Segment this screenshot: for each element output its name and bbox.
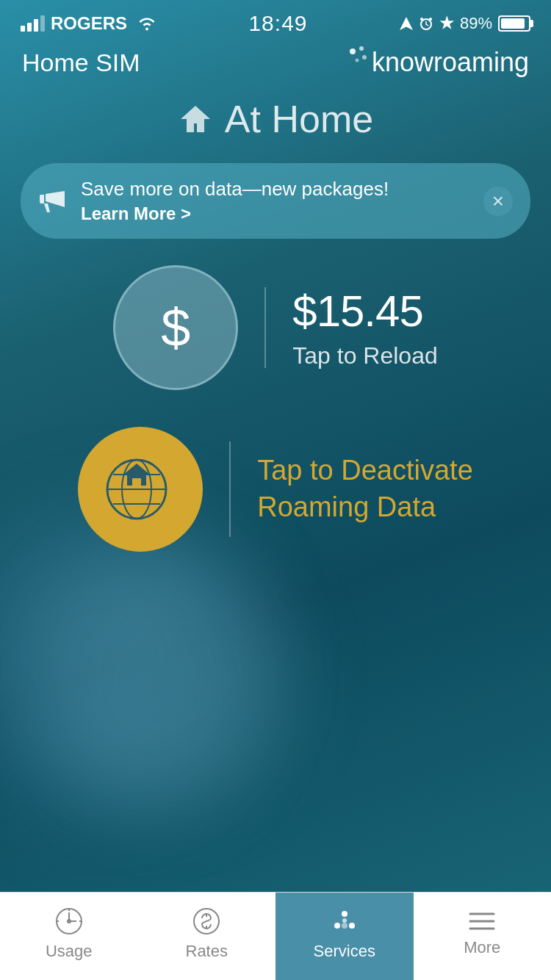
banner-message: Save more on data—new packages!	[81, 178, 470, 201]
balance-section[interactable]: $ $15.45 Tap to Reload	[0, 265, 551, 390]
status-bar: ROGERS 18:49 ★ 89%	[0, 0, 551, 40]
tab-usage-label: Usage	[46, 942, 93, 961]
svg-point-25	[342, 923, 347, 929]
home-icon	[178, 101, 213, 137]
svg-point-6	[355, 59, 359, 62]
status-time: 18:49	[248, 11, 307, 36]
wifi-icon	[137, 16, 156, 31]
svg-point-3	[350, 48, 356, 54]
rates-icon	[192, 907, 221, 936]
dollar-icon: $	[161, 301, 190, 354]
alarm-icon	[419, 16, 433, 31]
at-home-section: At Home	[0, 97, 551, 141]
battery-percent: 89%	[460, 14, 492, 33]
at-home-title: At Home	[225, 97, 373, 141]
svg-point-24	[349, 923, 355, 929]
roaming-section[interactable]: Tap to Deactivate Roaming Data	[0, 427, 551, 552]
balance-amount: $15.45	[292, 286, 437, 336]
signal-bar-2	[27, 23, 32, 32]
banner-learn-more-link[interactable]: Learn More >	[81, 203, 470, 224]
tab-services[interactable]: Services	[276, 893, 414, 980]
battery-fill	[501, 18, 525, 29]
svg-point-17	[68, 920, 71, 923]
logo-roaming: roaming	[433, 47, 529, 78]
bg-blob-2	[37, 551, 294, 808]
tab-bar: Usage Rates Services	[0, 892, 551, 980]
carrier-label: ROGERS	[51, 13, 127, 34]
signal-bar-1	[21, 26, 25, 32]
tab-more[interactable]: More	[414, 893, 552, 980]
reload-button[interactable]: $	[113, 265, 238, 390]
bluetooth-icon: ★	[439, 14, 454, 33]
more-icon	[467, 910, 497, 932]
signal-bars	[21, 15, 45, 32]
roaming-divider	[229, 442, 231, 537]
home-sim-label: Home SIM	[22, 48, 140, 77]
svg-point-22	[342, 911, 347, 917]
balance-divider	[264, 287, 266, 368]
svg-point-23	[334, 923, 340, 929]
svg-point-5	[362, 55, 367, 60]
logo-know: know	[372, 47, 433, 78]
tab-services-label: Services	[314, 942, 375, 961]
tab-more-label: More	[464, 938, 500, 957]
tap-deactivate-line2: Roaming Data	[257, 491, 473, 525]
header: Home SIM knowroaming	[0, 40, 551, 90]
svg-point-4	[359, 46, 364, 51]
globe-house-icon	[100, 449, 181, 530]
location-icon	[400, 17, 413, 30]
banner-close-button[interactable]: ×	[483, 187, 513, 216]
roaming-text: Tap to Deactivate Roaming Data	[257, 454, 473, 524]
battery-indicator	[498, 15, 530, 32]
tap-reload-label: Tap to Reload	[292, 342, 437, 370]
tab-rates-label: Rates	[186, 942, 228, 961]
tab-rates[interactable]: Rates	[138, 893, 276, 980]
svg-rect-13	[132, 478, 141, 486]
signal-bar-3	[34, 19, 38, 32]
logo-dots-icon	[347, 44, 369, 73]
tab-usage[interactable]: Usage	[0, 893, 138, 980]
tap-deactivate-line1: Tap to Deactivate	[257, 454, 473, 488]
svg-point-26	[342, 918, 347, 923]
status-right: ★ 89%	[400, 14, 530, 33]
megaphone-icon	[38, 188, 68, 215]
services-icon	[330, 907, 359, 936]
svg-point-2	[429, 18, 432, 21]
signal-bar-4	[40, 15, 45, 32]
roaming-toggle-button[interactable]	[78, 427, 203, 552]
svg-point-1	[420, 18, 423, 21]
knowroaming-logo: knowroaming	[347, 47, 529, 78]
status-left: ROGERS	[21, 13, 156, 34]
banner-text-container: Save more on data—new packages! Learn Mo…	[81, 178, 470, 224]
balance-info: $15.45 Tap to Reload	[292, 286, 437, 370]
announcement-banner[interactable]: Save more on data—new packages! Learn Mo…	[21, 163, 530, 239]
usage-icon	[54, 907, 84, 936]
